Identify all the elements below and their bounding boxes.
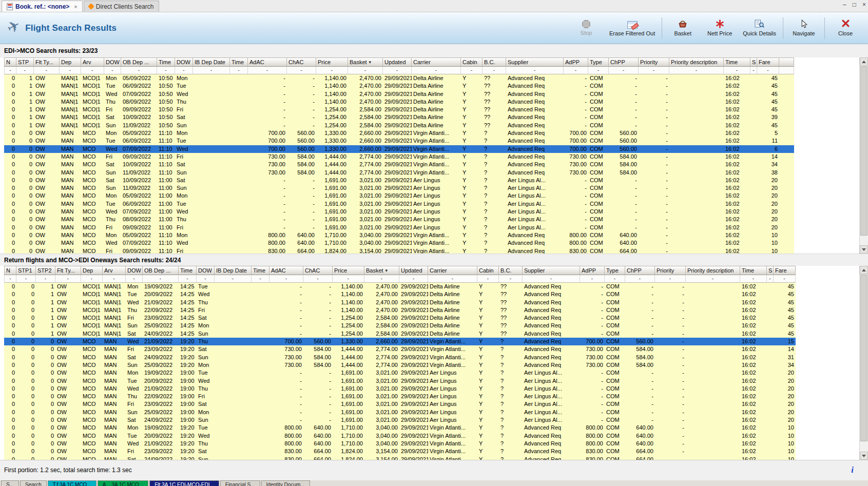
scroll-up-button[interactable]	[860, 57, 868, 66]
column-header-chac[interactable]: ChAC	[303, 266, 333, 275]
column-header-time[interactable]: Time	[179, 266, 197, 275]
filter-cell[interactable]: -	[564, 67, 588, 74]
tab-close-icon[interactable]: ×	[74, 4, 77, 10]
column-header-cabin[interactable]: Cabin	[477, 266, 499, 275]
filter-cell[interactable]: -	[287, 67, 316, 74]
column-header-basket[interactable]: Basket▼	[364, 266, 399, 275]
filter-cell[interactable]: -	[580, 275, 605, 283]
result-row[interactable]: 000OWMCOMANThu22/09/202219:00Fri--1,691.…	[4, 393, 796, 400]
result-row[interactable]: 000OWMCOMANTue20/09/202219:00Wed--1,691.…	[4, 377, 796, 385]
scrollbar-thumb[interactable]	[860, 275, 867, 441]
column-header-supplier[interactable]: Supplier	[506, 57, 564, 67]
filter-cell[interactable]: -	[724, 67, 750, 74]
column-header-type[interactable]: Type	[588, 57, 609, 67]
filter-cell[interactable]: -	[364, 275, 399, 283]
bottom-tab[interactable]: A... 3A 1C MCO...	[98, 480, 148, 486]
result-row[interactable]: 00OWMANMCOSat10/09/202211:00Sat--1,691.0…	[4, 177, 794, 184]
column-header-stp1[interactable]: STP1	[16, 266, 36, 275]
column-header-n[interactable]: N	[4, 57, 16, 67]
filter-cell[interactable]: -	[104, 67, 121, 74]
filter-cell[interactable]: -	[625, 275, 655, 283]
result-row[interactable]: 000OWMCOMANSat24/09/202219:00Sun--1,691.…	[4, 416, 796, 424]
column-header-priority-description[interactable]: Priority description	[669, 57, 724, 67]
filter-cell[interactable]: -	[215, 275, 252, 283]
erase-filtered-out-button[interactable]: Erase Filtered Out	[605, 18, 660, 38]
filter-cell[interactable]: -	[34, 67, 60, 74]
filter-cell[interactable]: -	[483, 67, 506, 74]
result-row[interactable]: 00OWMANMCOFri09/09/202211:00Fri--1,691.0…	[4, 224, 794, 231]
result-row[interactable]: 00OWMANMCOWed07/09/202211:00Wed--1,691.0…	[4, 208, 794, 216]
result-row[interactable]: 00OWMANMCOMon05/09/202211:00Mon--1,691.0…	[4, 192, 794, 200]
result-row[interactable]: 000OWMCOMANMon19/09/202219:20Tue800.0064…	[4, 424, 796, 432]
filter-cell[interactable]: -	[333, 275, 364, 283]
navigate-button[interactable]: Navigate	[785, 18, 822, 38]
column-header-chpp[interactable]: ChPP	[609, 57, 639, 67]
column-header-ob-dep-[interactable]: OB Dep ...	[143, 266, 179, 275]
info-icon[interactable]: i	[851, 465, 854, 475]
scrollbar-thumb[interactable]	[860, 66, 867, 236]
column-header-chpp[interactable]: ChPP	[625, 266, 655, 275]
scroll-up-button[interactable]	[860, 266, 868, 274]
filter-cell[interactable]: -	[757, 67, 779, 74]
filter-cell[interactable]	[779, 67, 794, 74]
result-row[interactable]: 01OWMAN|1MCO|1Sat10/09/202210:50Sat--1,2…	[4, 113, 794, 121]
filter-cell[interactable]: -	[774, 275, 796, 283]
column-header-time[interactable]: Time	[740, 266, 767, 275]
filter-cell[interactable]: -	[767, 275, 774, 283]
result-row[interactable]: 000OWMCOMANSun25/09/202219:20Mon730.0058…	[4, 361, 796, 369]
column-header-time[interactable]: Time	[230, 57, 248, 67]
result-row[interactable]: 00OWMANMCOMon05/09/202211:10Mon700.00560…	[4, 129, 794, 137]
filter-cell[interactable]: -	[4, 67, 16, 74]
result-row[interactable]: 01OWMAN|1MCO|1Tue06/09/202210:50Tue--1,1…	[4, 82, 794, 90]
column-header-updated[interactable]: Updated	[383, 57, 412, 67]
column-header-ib-dep-date[interactable]: IB Dep Date	[193, 57, 230, 67]
scroll-down-button[interactable]	[860, 245, 868, 254]
column-header-dep[interactable]: Dep	[81, 266, 103, 275]
result-row[interactable]: 001OWMCO|1MAN|1Thu22/09/202214:25Fri--1,…	[4, 306, 796, 314]
column-header-arv[interactable]: Arv	[81, 57, 104, 67]
column-header-adac[interactable]: AdAC	[248, 57, 287, 67]
column-header-updated[interactable]: Updated	[399, 266, 428, 275]
filter-cell[interactable]: -	[655, 275, 686, 283]
column-header-adpp[interactable]: AdPP	[564, 57, 588, 67]
result-row[interactable]: 01OWMAN|1MCO|1Thu08/09/202210:50Thu--1,1…	[4, 98, 794, 106]
column-header-priority-description[interactable]: Priority description	[686, 266, 740, 275]
filter-cell[interactable]: -	[428, 275, 477, 283]
filter-cell[interactable]: -	[609, 67, 639, 74]
filter-cell[interactable]: -	[121, 67, 157, 74]
column-header-carrier[interactable]: Carrier	[428, 266, 477, 275]
result-row[interactable]: 000OWMCOMANSat24/09/202219:20Sun730.0058…	[4, 354, 796, 361]
filter-cell[interactable]: -	[461, 67, 483, 74]
result-row[interactable]: 01OWMAN|1MCO|1Mon05/09/202210:50Mon--1,1…	[4, 74, 794, 82]
bottom-tab[interactable]: Flt 3A 1C EDI-MCO-EDI...	[149, 480, 219, 486]
filter-cell[interactable]: -	[523, 275, 580, 283]
filter-cell[interactable]: -	[740, 275, 767, 283]
maximize-button[interactable]: □	[853, 1, 856, 8]
quick-details-button[interactable]: Quick Details	[738, 18, 781, 38]
result-row[interactable]: 000OWMCOMANSun25/09/202219:00Mon--1,691.…	[4, 409, 796, 416]
column-header-b-c-[interactable]: B.C.	[483, 57, 506, 67]
filter-cell[interactable]: -	[269, 275, 303, 283]
filter-cell[interactable]: -	[81, 67, 104, 74]
filter-cell[interactable]: -	[477, 275, 499, 283]
column-header-fare[interactable]: Fare	[774, 266, 796, 275]
filter-cell[interactable]: -	[193, 67, 230, 74]
bottom-tab[interactable]: Identity Docum...	[261, 480, 310, 486]
column-header-dep[interactable]: Dep	[60, 57, 81, 67]
filter-cell[interactable]: -	[60, 67, 81, 74]
column-header-flt-ty-[interactable]: Flt Ty...	[55, 266, 81, 275]
window-close-button[interactable]: ×	[862, 1, 866, 8]
result-row[interactable]: 001OWMCO|1MAN|1Fri23/09/202214:25Sat--1,…	[4, 314, 796, 322]
return-vertical-scrollbar[interactable]	[859, 266, 868, 460]
column-header-adpp[interactable]: AdPP	[580, 266, 605, 275]
column-header-stp[interactable]: STP	[16, 57, 34, 67]
column-header-type[interactable]: Type	[605, 266, 625, 275]
filter-cell[interactable]: -	[252, 275, 269, 283]
filter-cell[interactable]: -	[103, 275, 126, 283]
column-header-time[interactable]: Time	[724, 57, 750, 67]
result-row[interactable]: 00OWMANMCOTue06/09/202211:00Tue--1,691.0…	[4, 200, 794, 208]
filter-cell[interactable]: -	[499, 275, 523, 283]
bottom-tab[interactable]: Search	[20, 480, 47, 486]
result-row[interactable]: 00OWMANMCOTue06/09/202211:10Tue700.00560…	[4, 137, 794, 145]
filter-cell[interactable]: -	[81, 275, 103, 283]
